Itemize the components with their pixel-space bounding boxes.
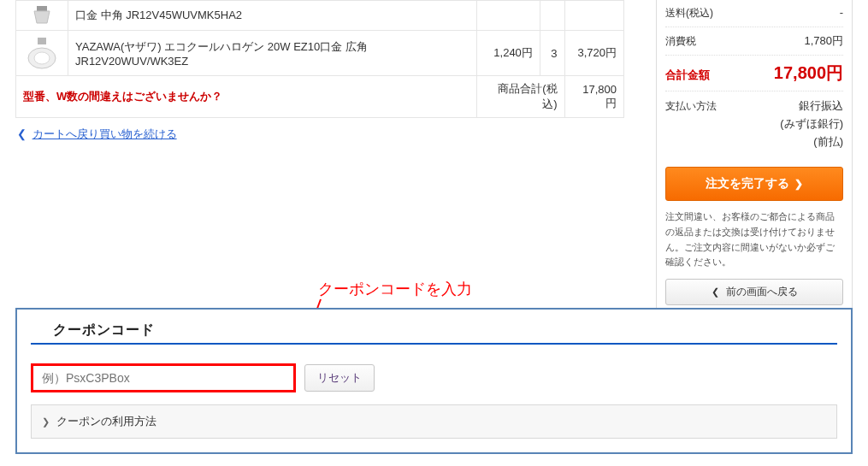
pay-line1: 銀行振込 (780, 97, 843, 115)
chevron-right-icon: ❯ (42, 416, 50, 428)
coupon-input-row: リセット (31, 363, 837, 392)
coupon-section: クーポンコード リセット ❯ クーポンの利用方法 (15, 308, 853, 454)
coupon-usage-label: クーポンの利用方法 (56, 414, 156, 429)
svg-point-4 (34, 52, 50, 64)
shipping-value: - (840, 6, 843, 19)
pay-label: 支払い方法 (665, 99, 717, 114)
chevron-right-icon: ❯ (794, 178, 803, 190)
tax-value: 1,780円 (804, 33, 843, 49)
total-label: 合計金額 (665, 68, 710, 83)
reset-button[interactable]: リセット (304, 364, 375, 392)
total-value: 17,800円 (774, 62, 843, 85)
complete-order-button[interactable]: 注文を完了する ❯ (665, 167, 843, 201)
summary-shipping: 送料(税込) - (665, 0, 843, 27)
product-qty (540, 1, 564, 31)
svg-marker-1 (34, 11, 50, 23)
pay-line3: (前払) (780, 133, 843, 151)
table-row: YAZAWA(ヤザワ) エコクールハロゲン 20W EZ10口金 広角 JR12… (16, 31, 624, 76)
annotation-text: クーポンコードを入力 (318, 279, 472, 299)
coupon-title: クーポンコード (53, 322, 155, 337)
product-thumb (16, 1, 68, 31)
back-button-label: 前の画面へ戻る (726, 285, 798, 299)
table-row: 型番、W数の間違えはございませんか？ 商品合計(税込) 17,800円 (16, 76, 624, 118)
product-price (476, 1, 540, 31)
product-name: YAZAWA(ヤザワ) エコクールハロゲン 20W EZ10口金 広角 JR12… (68, 31, 477, 76)
cart-sum-value: 17,800円 (564, 76, 623, 118)
product-price: 1,240円 (476, 31, 540, 76)
cart-table: 口金 中角 JR12V45WUVMK5HA2 YAZAWA(ヤザワ) エコクール… (15, 0, 624, 118)
table-row: 口金 中角 JR12V45WUVMK5HA2 (16, 1, 624, 31)
pay-value: 銀行振込 (みずほ銀行) (前払) (780, 97, 843, 150)
chevron-left-icon: ❮ (712, 286, 719, 298)
back-to-cart-link[interactable]: カートへ戻り買い物を続ける (32, 127, 177, 140)
pay-line2: (みずほ銀行) (780, 115, 843, 133)
tax-label: 消費税 (665, 34, 696, 49)
product-name: 口金 中角 JR12V45WUVMK5HA2 (68, 1, 477, 31)
summary-payment: 支払い方法 銀行振込 (みずほ銀行) (前払) (665, 91, 843, 156)
product-thumb (16, 31, 68, 76)
cart-sum-label: 商品合計(税込) (476, 76, 564, 118)
order-note: 注文間違い、お客様のご都合による商品の返品または交換は受け付けておりません。ご注… (665, 209, 843, 269)
order-summary: 送料(税込) - 消費税 1,780円 合計金額 17,800円 支払い方法 銀… (656, 0, 853, 316)
svg-rect-0 (37, 6, 47, 11)
shipping-label: 送料(税込) (665, 6, 713, 21)
coupon-usage-toggle[interactable]: ❯ クーポンの利用方法 (31, 404, 837, 439)
product-subtotal (564, 1, 623, 31)
back-to-cart: ❮ カートへ戻り買い物を続ける (17, 127, 624, 142)
product-qty: 3 (540, 31, 564, 76)
summary-total: 合計金額 17,800円 (665, 55, 843, 91)
cart-area: 口金 中角 JR12V45WUVMK5HA2 YAZAWA(ヤザワ) エコクール… (15, 0, 624, 142)
cart-warning: 型番、W数の間違えはございませんか？ (16, 76, 477, 118)
back-button[interactable]: ❮ 前の画面へ戻る (665, 279, 843, 305)
complete-order-label: 注文を完了する (706, 176, 789, 192)
product-subtotal: 3,720円 (564, 31, 623, 76)
summary-tax: 消費税 1,780円 (665, 27, 843, 55)
chevron-left-icon: ❮ (17, 127, 27, 140)
coupon-input[interactable] (31, 363, 296, 392)
svg-rect-2 (38, 38, 46, 44)
